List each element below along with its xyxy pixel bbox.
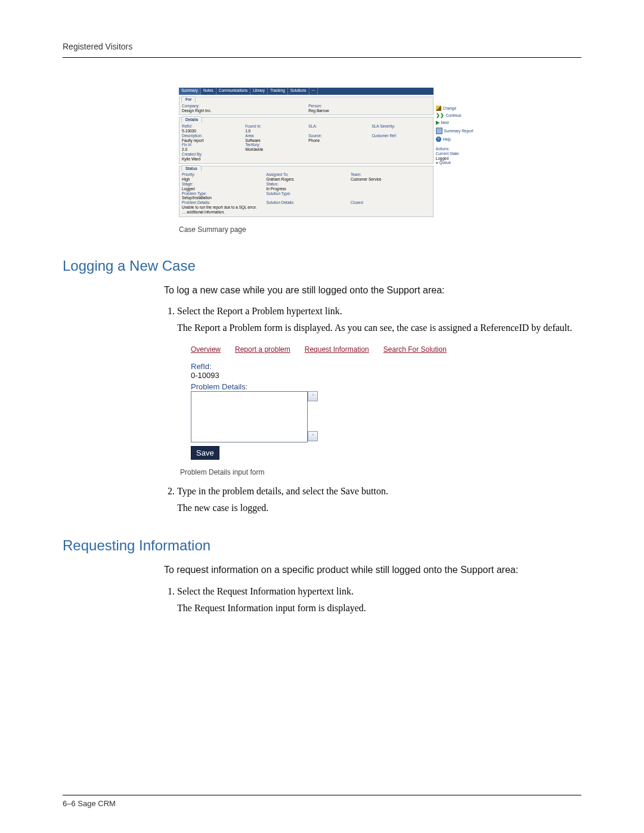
right-action-bar: Change ❯❯ Continue ▶ Next Summary Report [434, 88, 477, 217]
tab-tracking[interactable]: Tracking [268, 88, 288, 95]
link-search[interactable]: Search For Solution [383, 345, 447, 354]
current-state-label: Current State: [436, 151, 477, 156]
status-label: Status: [267, 182, 346, 187]
company-value: Design Right Inc. [182, 109, 304, 113]
status-panel-title: Status [181, 165, 202, 172]
summary-report-label: Summary Report [444, 129, 473, 134]
details-panel-title: Details [181, 116, 202, 123]
next-button[interactable]: ▶ Next [436, 119, 477, 126]
solutiondetails-label: Solution Details: [267, 200, 346, 205]
team-value: Customer Service [351, 177, 431, 182]
step-2-1-followup: The Request Information input form is di… [177, 603, 581, 614]
assignedto-value: Graham Rogers [267, 177, 346, 182]
severity-label: SLA Severity: [371, 124, 430, 129]
summary-report-button[interactable]: Summary Report [436, 126, 477, 135]
tab-communications[interactable]: Communications [216, 88, 250, 95]
source-value: Phone [308, 138, 367, 143]
chevron-down-icon: ˅ [312, 433, 314, 439]
running-header: Registered Visitors [63, 42, 581, 55]
figure-caption-1: Case Summary page [179, 225, 477, 234]
heading-requesting-information: Requesting Information [63, 537, 581, 554]
territory-value: Worldwide [245, 147, 304, 152]
link-report[interactable]: Report a problem [235, 345, 290, 354]
for-panel: For Company: Design Right Inc. Person: R… [179, 97, 434, 115]
priority-label: Priority: [182, 172, 262, 177]
step-1-2-text: Type in the problem details, and select … [177, 486, 388, 496]
createdby-value: Kylie Ward [182, 157, 240, 162]
refid-label: RefId: [182, 124, 240, 129]
link-request[interactable]: Request Information [305, 345, 369, 354]
fix-value: 2.0 [182, 147, 240, 152]
help-button[interactable]: ? Help [436, 135, 477, 143]
figure-caption-2: Problem Details input form [180, 468, 581, 476]
problemdetails-label: Problem Details: [182, 200, 262, 205]
source-label: Source: [308, 134, 367, 138]
page-footer: 6–6 Sage CRM [63, 795, 581, 808]
desc-value: Faulty report [182, 138, 240, 143]
queue-label: Queue [439, 160, 451, 165]
form-refid-value: 0-10093 [191, 371, 459, 380]
tab-notes[interactable]: Notes [201, 88, 216, 95]
tab-more[interactable]: ··· [309, 88, 318, 95]
stage-label: Stage: [182, 182, 262, 187]
foundin-value: 1.0 [245, 129, 304, 134]
status-value: In Progress [267, 187, 346, 191]
link-overview[interactable]: Overview [191, 345, 221, 354]
step-1-1-text: Select the Report a Problem hypertext li… [177, 306, 342, 316]
pencil-icon [436, 106, 441, 111]
step-1-2-followup: The new case is logged. [177, 503, 581, 513]
stage-value: Logged [182, 187, 262, 191]
area-label: Area: [245, 134, 304, 138]
status-panel: Status Priority: High Stage: Logged Prob… [179, 166, 434, 217]
scroll-up-button[interactable]: ˄ [308, 391, 318, 401]
territory-label: Territory: [245, 143, 304, 147]
for-panel-title: For [181, 96, 196, 103]
problem-details-form-screenshot: Overview Report a problem Request Inform… [191, 343, 459, 460]
current-state-value: Logged [436, 156, 477, 161]
help-icon: ? [436, 137, 441, 142]
case-summary-screenshot: Summary Notes Communications Library Tra… [179, 88, 477, 234]
problemtype-label: Problem Type: [182, 191, 262, 196]
step-2-1: Select the Request Information hypertext… [177, 586, 581, 614]
assignedto-label: Assigned To: [267, 172, 346, 177]
solutiontype-label: Solution Type: [267, 191, 346, 196]
step-1-1-followup: The Report a Problem form is displayed. … [177, 323, 581, 333]
problemtype-value: Setup/Installation [182, 196, 262, 200]
custref-label: Customer Ref: [371, 134, 430, 138]
continue-label: Continue [446, 113, 462, 118]
step-1-1: Select the Report a Problem hypertext li… [177, 306, 581, 333]
fix-label: Fix in: [182, 143, 240, 147]
person-value: Reg Barrow [308, 109, 430, 113]
company-label: Company: [182, 104, 304, 109]
next-label: Next [441, 120, 449, 125]
details-panel: Details RefId: 5-10030 Description: Faul… [179, 117, 434, 163]
form-refid-label: RefId: [191, 362, 459, 371]
problemdetails-value: Unable to run the report due to a SQL er… [182, 205, 262, 215]
closed-label: Closed: [351, 200, 431, 205]
tab-solutions[interactable]: Solutions [288, 88, 309, 95]
change-label: Change [443, 106, 457, 111]
header-rule [63, 57, 581, 58]
createdby-label: Created By: [182, 152, 240, 157]
team-label: Team: [351, 172, 431, 177]
scroll-down-button[interactable]: ˅ [308, 431, 318, 441]
problem-details-textarea[interactable] [191, 391, 308, 442]
bullet-icon: ● [436, 160, 438, 165]
priority-value: High [182, 177, 262, 182]
report-icon [436, 128, 442, 134]
tab-summary[interactable]: Summary [179, 88, 201, 95]
change-button[interactable]: Change [436, 104, 477, 112]
area-value: Software [245, 138, 304, 143]
actions-heading: Actions: [436, 147, 477, 151]
help-label: Help [443, 137, 451, 142]
intro-paragraph-1: To log a new case while you are still lo… [164, 284, 581, 297]
continue-button[interactable]: ❯❯ Continue [436, 112, 477, 119]
sla-label: SLA: [308, 124, 367, 129]
continue-icon: ❯❯ [436, 113, 444, 118]
chevron-up-icon: ˄ [312, 394, 314, 399]
tab-library[interactable]: Library [250, 88, 268, 95]
save-button[interactable]: Save [191, 446, 219, 460]
step-1-2: Type in the problem details, and select … [177, 486, 581, 513]
queue-action[interactable]: ● Queue [436, 160, 477, 165]
desc-label: Description: [182, 134, 240, 138]
